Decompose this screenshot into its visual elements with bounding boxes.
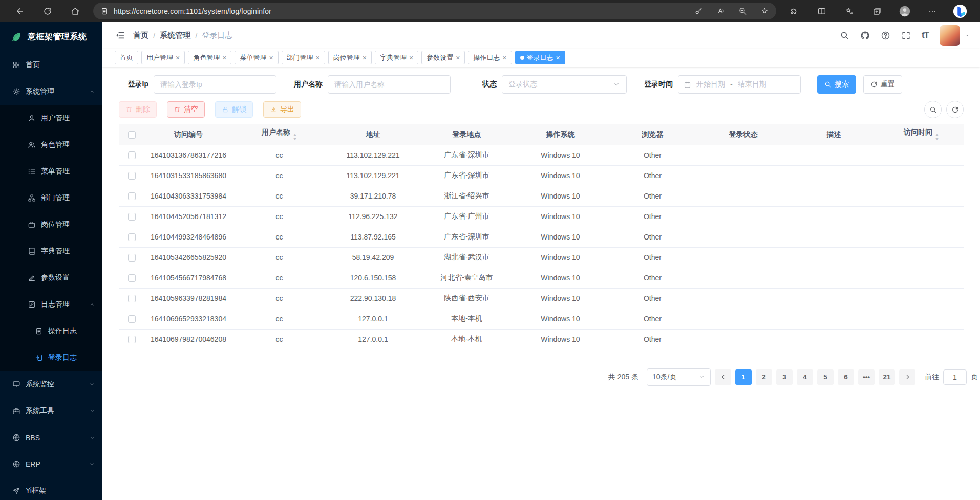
table-row[interactable]: 1641044520567181312cc112.96.225.132广东省-广… xyxy=(119,206,964,227)
table-row[interactable]: 1641044993248464896cc113.87.92.165广东省-深圳… xyxy=(119,227,964,247)
tab-user-mgmt[interactable]: 用户管理× xyxy=(141,51,185,64)
sidebar-item-system-tools[interactable]: 系统工具 xyxy=(0,398,102,424)
split-screen-icon[interactable] xyxy=(813,3,831,20)
table-row[interactable]: 1641031367863177216cc113.102.129.221广东省-… xyxy=(119,145,964,165)
tab-role-mgmt[interactable]: 角色管理× xyxy=(188,51,231,64)
close-tab-icon[interactable]: × xyxy=(269,54,273,61)
close-tab-icon[interactable]: × xyxy=(556,54,560,61)
table-row[interactable]: 1641069652933218304cc127.0.0.1本地-本机Windo… xyxy=(119,309,964,329)
page-info-icon[interactable] xyxy=(100,7,109,15)
tab-login-log[interactable]: 登录日志× xyxy=(515,51,565,64)
breadcrumb-item[interactable]: 首页 xyxy=(133,31,148,40)
tab-home[interactable]: 首页 xyxy=(115,51,138,64)
row-checkbox[interactable] xyxy=(128,274,136,282)
row-checkbox[interactable] xyxy=(128,315,136,323)
sidebar-item-system-monitor[interactable]: 系统监控 xyxy=(0,371,102,398)
add-favorite-icon[interactable] xyxy=(760,7,769,15)
sidebar-toggle-icon[interactable] xyxy=(115,30,125,40)
copilot-icon[interactable] xyxy=(951,3,969,20)
avatar-caret-icon[interactable] xyxy=(965,33,970,38)
unlock-button[interactable]: 解锁 xyxy=(215,101,253,118)
row-checkbox[interactable] xyxy=(128,336,136,343)
page-button-6[interactable]: 6 xyxy=(838,369,854,385)
user-avatar[interactable] xyxy=(940,25,960,46)
column-header-user[interactable]: 用户名称▲▼ xyxy=(232,124,326,145)
breadcrumb-item[interactable]: 系统管理 xyxy=(160,31,190,40)
close-tab-icon[interactable]: × xyxy=(222,54,226,61)
reset-button[interactable]: 重置 xyxy=(863,75,902,94)
page-button-last[interactable]: 21 xyxy=(879,369,895,385)
prev-page-button[interactable] xyxy=(715,369,731,385)
row-checkbox[interactable] xyxy=(128,151,136,159)
github-icon[interactable] xyxy=(860,31,870,40)
tab-menu-mgmt[interactable]: 菜单管理× xyxy=(235,51,278,64)
sidebar-item-home[interactable]: 首页 xyxy=(0,52,102,78)
tab-param-settings[interactable]: 参数设置× xyxy=(421,51,465,64)
next-page-button[interactable] xyxy=(899,369,915,385)
fullscreen-icon[interactable] xyxy=(901,31,911,40)
close-tab-icon[interactable]: × xyxy=(409,54,413,61)
sidebar-item-bbs[interactable]: BBS xyxy=(0,424,102,451)
browser-profile-icon[interactable] xyxy=(896,3,914,20)
page-size-select[interactable]: 10条/页 xyxy=(647,368,711,386)
address-bar[interactable]: https://ccnetcore.com:1101/system/log/lo… xyxy=(93,3,776,19)
toggle-search-button[interactable] xyxy=(924,101,942,118)
sidebar-item-erp[interactable]: ERP xyxy=(0,451,102,477)
tab-post-mgmt[interactable]: 岗位管理× xyxy=(328,51,372,64)
url-text[interactable]: https://ccnetcore.com:1101/system/log/lo… xyxy=(114,7,271,15)
clear-button[interactable]: 清空 xyxy=(167,101,205,118)
close-tab-icon[interactable]: × xyxy=(502,54,506,61)
search-button[interactable]: 搜索 xyxy=(817,75,856,94)
page-button-3[interactable]: 3 xyxy=(776,369,793,385)
sidebar-item-dict-mgmt[interactable]: 字典管理 xyxy=(0,238,102,265)
date-range-picker[interactable]: 开始日期 - 结束日期 xyxy=(678,75,801,94)
table-row[interactable]: 1641053426655825920cc58.19.42.209湖北省-武汉市… xyxy=(119,247,964,268)
collections-icon[interactable] xyxy=(868,3,886,20)
sidebar-item-log-mgmt[interactable]: 日志管理 xyxy=(0,291,102,318)
tab-dict-mgmt[interactable]: 字典管理× xyxy=(375,51,418,64)
delete-button[interactable]: 删除 xyxy=(119,101,157,118)
sort-icons[interactable]: ▲▼ xyxy=(935,133,939,141)
row-checkbox[interactable] xyxy=(128,295,136,302)
select-all-checkbox[interactable] xyxy=(128,131,136,139)
read-aloud-icon[interactable] xyxy=(716,7,725,15)
sidebar-item-yi-framework[interactable]: Yi框架 xyxy=(0,477,102,500)
page-button-1[interactable]: 1 xyxy=(735,369,752,385)
browser-refresh-icon[interactable] xyxy=(38,3,57,20)
close-tab-icon[interactable]: × xyxy=(363,54,367,61)
browser-menu-icon[interactable] xyxy=(923,3,942,20)
sidebar-item-system-mgmt[interactable]: 系统管理 xyxy=(0,78,102,105)
row-checkbox[interactable] xyxy=(128,254,136,262)
help-icon[interactable] xyxy=(881,31,890,40)
table-row[interactable]: 1641059633978281984cc222.90.130.18陕西省-西安… xyxy=(119,288,964,309)
close-tab-icon[interactable]: × xyxy=(316,54,320,61)
tab-dept-mgmt[interactable]: 部门管理× xyxy=(282,51,325,64)
column-header-time[interactable]: 访问时间▲▼ xyxy=(879,124,964,145)
login-ip-input[interactable] xyxy=(154,75,276,94)
row-checkbox[interactable] xyxy=(128,213,136,221)
password-key-icon[interactable] xyxy=(694,7,703,15)
font-size-icon[interactable]: tT xyxy=(922,30,929,40)
header-search-icon[interactable] xyxy=(840,31,849,40)
page-button-2[interactable]: 2 xyxy=(756,369,772,385)
refresh-table-button[interactable] xyxy=(946,101,964,118)
goto-page-input[interactable] xyxy=(943,369,967,385)
sidebar-item-role-mgmt[interactable]: 角色管理 xyxy=(0,132,102,158)
page-button-5[interactable]: 5 xyxy=(817,369,834,385)
close-tab-icon[interactable]: × xyxy=(176,54,180,61)
sidebar-item-login-log[interactable]: 登录日志 xyxy=(0,344,102,371)
page-button-4[interactable]: 4 xyxy=(797,369,813,385)
sidebar-item-operation-log[interactable]: 操作日志 xyxy=(0,318,102,344)
export-button[interactable]: 导出 xyxy=(263,101,301,118)
row-checkbox[interactable] xyxy=(128,233,136,241)
tab-operation-log[interactable]: 操作日志× xyxy=(468,51,512,64)
sidebar-item-dept-mgmt[interactable]: 部门管理 xyxy=(0,185,102,211)
more-pages-button[interactable]: ••• xyxy=(858,369,875,385)
close-tab-icon[interactable]: × xyxy=(456,54,460,61)
sidebar-item-user-mgmt[interactable]: 用户管理 xyxy=(0,105,102,132)
browser-back-icon[interactable] xyxy=(11,3,29,20)
favorites-icon[interactable] xyxy=(840,3,859,20)
username-input[interactable] xyxy=(328,75,451,94)
zoom-out-icon[interactable] xyxy=(738,7,747,15)
table-row[interactable]: 1641043063331753984cc39.171.210.78浙江省-绍兴… xyxy=(119,186,964,206)
